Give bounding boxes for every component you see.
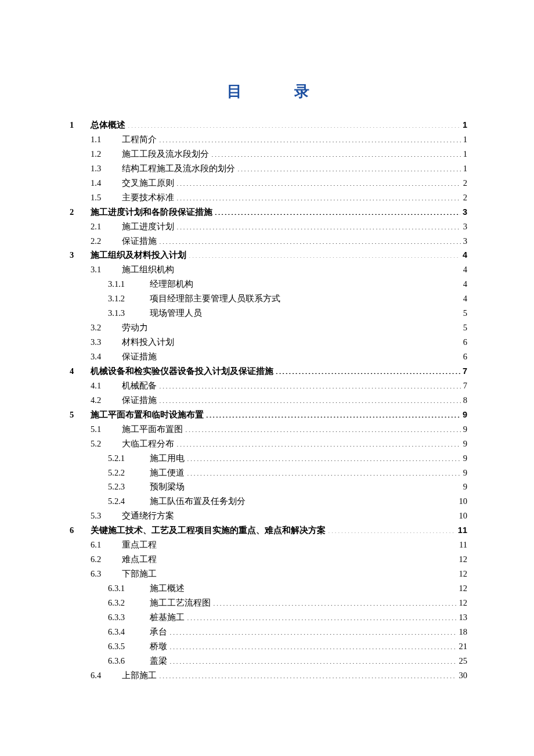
toc-leader-dots [159, 568, 457, 577]
toc-entry-label: 桥墩 [150, 639, 167, 654]
toc-entry-page: 7 [463, 364, 467, 379]
toc-leader-dots [176, 221, 461, 229]
toc-entry-number: 6.3.3 [108, 610, 150, 625]
toc-leader-dots [187, 467, 461, 476]
toc-entry: 4.1机械配备7 [70, 379, 467, 393]
toc-entry-label: 现场管理人员 [150, 306, 202, 321]
toc-entry-number: 6.3.4 [108, 625, 150, 639]
toc-entry-number: 5 [70, 408, 91, 422]
table-of-contents: 1总体概述11.1工程简介11.2施工工段及流水段划分11.3结构工程施工及流水… [70, 118, 467, 683]
toc-entry-label: 经理部机构 [150, 277, 193, 291]
toc-entry-label: 重点工程 [122, 538, 157, 552]
toc-entry: 3施工组织及材料投入计划4 [70, 248, 467, 262]
toc-entry-page: 5 [463, 321, 467, 335]
toc-entry-label: 结构工程施工及流水段的划分 [122, 161, 235, 176]
toc-entry: 6.3.2施工工艺流程图12 [70, 596, 467, 610]
toc-entry: 1.1工程简介1 [70, 132, 467, 147]
toc-entry-page: 12 [459, 567, 468, 581]
toc-entry-number: 6 [70, 523, 91, 538]
toc-leader-dots [159, 351, 461, 360]
title-left: 目 [227, 82, 243, 100]
toc-leader-dots [187, 611, 457, 620]
toc-entry-page: 11 [458, 523, 467, 538]
toc-entry-page: 2 [463, 190, 467, 205]
toc-entry-page: 10 [459, 494, 468, 509]
toc-entry-label: 上部施工 [122, 668, 157, 683]
toc-leader-dots [169, 655, 457, 664]
toc-entry: 3.2劳动力5 [70, 321, 467, 335]
toc-entry: 6.3下部施工12 [70, 567, 467, 581]
toc-entry-label: 施工组织及材料投入计划 [91, 248, 186, 262]
toc-entry-page: 6 [463, 350, 467, 364]
toc-leader-dots [169, 640, 457, 649]
toc-entry-label: 保证措施 [122, 350, 157, 364]
toc-entry-page: 18 [459, 625, 468, 639]
toc-entry-label: 施工进度计划和各阶段保证措施 [91, 205, 212, 219]
toc-entry: 3.1.1经理部机构4 [70, 277, 467, 291]
toc-entry-page: 8 [463, 393, 467, 408]
toc-entry: 6.3.1施工概述12 [70, 581, 467, 596]
toc-entry-page: 9 [463, 466, 467, 480]
toc-leader-dots [213, 597, 457, 606]
toc-leader-dots [159, 539, 457, 548]
toc-entry-page: 5 [463, 306, 467, 321]
toc-entry-page: 9 [463, 408, 467, 422]
toc-entry-label: 保证措施 [122, 393, 157, 408]
toc-entry-number: 4.1 [91, 379, 122, 393]
toc-entry-number: 3.1.2 [108, 291, 150, 306]
toc-entry-number: 6.2 [91, 552, 122, 567]
toc-leader-dots [176, 177, 461, 186]
toc-entry: 1.5主要技术标准2 [70, 190, 467, 205]
toc-entry-page: 4 [463, 248, 467, 262]
toc-leader-dots [159, 669, 457, 678]
toc-leader-dots [187, 481, 461, 490]
toc-entry: 2.2保证措施3 [70, 234, 467, 249]
toc-entry-number: 3.2 [91, 321, 122, 335]
toc-entry-page: 25 [459, 654, 468, 668]
toc-entry: 6.1重点工程11 [70, 538, 467, 552]
toc-entry-label: 施工平面布置和临时设施布置 [91, 408, 204, 422]
toc-entry-page: 2 [463, 176, 467, 190]
toc-leader-dots [176, 337, 461, 345]
toc-leader-dots [328, 525, 456, 534]
toc-entry-label: 施工进度计划 [122, 219, 174, 234]
toc-entry-page: 12 [459, 581, 468, 596]
toc-entry-number: 6.4 [91, 668, 122, 683]
toc-entry: 6.3.4承台18 [70, 625, 467, 639]
toc-entry-number: 3.3 [91, 335, 122, 350]
toc-entry-page: 1 [463, 147, 467, 161]
toc-entry-label: 主要技术标准 [122, 190, 174, 205]
toc-entry-number: 5.2.3 [108, 480, 150, 494]
toc-entry-page: 9 [463, 480, 467, 494]
toc-leader-dots [187, 452, 461, 461]
toc-leader-dots [237, 163, 461, 171]
toc-leader-dots [189, 250, 460, 258]
toc-entry: 6.3.3桩基施工13 [70, 610, 467, 625]
toc-entry: 2施工进度计划和各阶段保证措施3 [70, 205, 467, 219]
toc-leader-dots [185, 423, 461, 432]
toc-entry-label: 项目经理部主要管理人员联系方式 [150, 291, 280, 306]
toc-leader-dots [176, 264, 461, 273]
toc-entry-page: 3 [463, 219, 467, 234]
toc-entry: 5.1施工平面布置图9 [70, 422, 467, 437]
toc-entry-label: 交叉施工原则 [122, 176, 174, 190]
toc-entry: 5.2.1施工用电9 [70, 451, 467, 466]
toc-entry: 6.2难点工程12 [70, 552, 467, 567]
toc-leader-dots [176, 510, 457, 519]
toc-entry: 5.3交通绕行方案10 [70, 509, 467, 523]
toc-entry-number: 4 [70, 364, 91, 379]
toc-entry-number: 5.2.2 [108, 466, 150, 480]
toc-entry-label: 关键施工技术、工艺及工程项目实施的重点、难点和解决方案 [91, 523, 326, 538]
toc-entry-number: 6.3.1 [108, 581, 150, 596]
toc-entry: 1.2施工工段及流水段划分1 [70, 147, 467, 161]
toc-entry-number: 6.1 [91, 538, 122, 552]
toc-entry-page: 7 [463, 379, 467, 393]
toc-entry-number: 3.1 [91, 262, 122, 277]
toc-entry: 6.3.5桥墩21 [70, 639, 467, 654]
toc-entry-page: 9 [463, 437, 467, 451]
toc-leader-dots [169, 626, 457, 635]
toc-entry: 5.2.3预制梁场9 [70, 480, 467, 494]
toc-entry-page: 10 [459, 509, 468, 523]
toc-entry: 5施工平面布置和临时设施布置9 [70, 408, 467, 422]
toc-entry: 4.2保证措施8 [70, 393, 467, 408]
